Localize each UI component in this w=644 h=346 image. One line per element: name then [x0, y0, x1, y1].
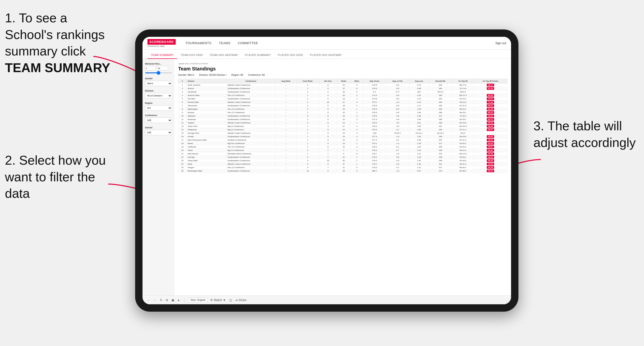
table-cell: –: [276, 87, 296, 90]
table-cell: 24: [337, 145, 350, 149]
table-cell: -5.8: [386, 156, 409, 159]
table-cell: 1: [350, 149, 364, 152]
table-cell: Southeastern Conference: [226, 118, 276, 121]
table-cell: Southeastern Conference: [226, 135, 276, 138]
table-cell: 86-25-1: [452, 111, 474, 114]
table-cell: 9: [319, 87, 337, 90]
region-select[interactable]: N/A: [145, 105, 172, 111]
sidebar-region-label: Region: [145, 102, 172, 104]
minimum-rank-slider[interactable]: [145, 72, 172, 73]
table-cell: California: [186, 145, 226, 149]
table-cell: 83-25-1: [452, 145, 474, 149]
table-cell: 1.98: [409, 108, 429, 111]
table-cell: 3: [296, 118, 319, 121]
table-cell: 4: [350, 132, 364, 135]
sidebar-conference: Conference (All): [145, 114, 172, 123]
watch-btn[interactable]: 👁 Watch ▼: [209, 298, 227, 302]
table-cell: 92-40-3: [452, 159, 474, 163]
sidebar-division: Division NCAA Division I: [145, 90, 172, 98]
table-cell: 60.71: [474, 118, 508, 121]
table-cell: 0: [350, 169, 364, 173]
table-cell: 4: [350, 101, 364, 104]
table-row: 20TexasBig 12 Conference–3771279.30.71.4…: [178, 149, 508, 152]
table-cell: -2.9: [386, 135, 409, 138]
table-row: 5Ole MissSoutheastern Conference–3618127…: [178, 97, 508, 101]
col-wins: Wins: [350, 79, 364, 83]
toolbar-grid-btn[interactable]: ▣: [170, 298, 175, 302]
view-original-button[interactable]: View: Original: [188, 298, 208, 302]
tab-team-h2h-heatmap[interactable]: TEAM H2H HEATMAP: [206, 51, 242, 59]
toolbar-refresh-btn[interactable]: ↻: [159, 298, 164, 302]
table-row: 4Arizona StatePac-12 Conference–14262274…: [178, 94, 508, 97]
table-cell: 8: [296, 156, 319, 159]
tab-team-summary[interactable]: TEAM SUMMARY: [148, 51, 177, 59]
table-cell: 3: [296, 97, 319, 101]
table-cell: Arkansas: [186, 118, 226, 121]
table-cell: 260: [429, 145, 452, 149]
table-cell: 9: [296, 166, 319, 169]
table-cell: 49.34: [474, 142, 508, 145]
table-cell: 60-39-2: [452, 169, 474, 173]
table-cell: Texas: [186, 149, 226, 152]
embed-btn[interactable]: ◫: [228, 298, 233, 302]
table-cell: 8: [319, 121, 337, 125]
table-cell: East Tennessee State: [186, 138, 226, 142]
table-cell: 277.5: [364, 135, 386, 138]
table-cell: 8: [319, 138, 337, 142]
nav-tournaments[interactable]: TOURNAMENTS: [186, 41, 212, 45]
table-cell: 2: [296, 101, 319, 104]
toolbar-copy-btn[interactable]: ⧉: [165, 298, 169, 302]
tab-team-h2h-grid[interactable]: TEAM H2H GRID: [177, 51, 206, 59]
share-btn[interactable]: ⇌ Share: [234, 298, 248, 302]
table-cell: 80-25-0: [452, 135, 474, 138]
tab-player-h2h-grid[interactable]: PLAYER H2H GRID: [274, 51, 307, 59]
nav-committee[interactable]: COMMITTEE: [238, 41, 258, 45]
sign-out[interactable]: Sign out: [495, 41, 506, 45]
sidebar-minimum-rank: Minimum Rou...: [145, 63, 172, 74]
table-cell: -3.8: [386, 118, 409, 121]
table-cell: 2: [350, 104, 364, 108]
table-cell: 2: [350, 94, 364, 97]
table-cell: 262: [429, 108, 452, 111]
table-cell: 95-29-2: [452, 101, 474, 104]
table-cell: 20: [178, 149, 187, 152]
toolbar-clock-btn[interactable]: ●: [177, 298, 180, 302]
table-cell: Oklahoma: [186, 128, 226, 132]
table-cell: New Mexico: [186, 152, 226, 156]
table-cell: –: [276, 152, 296, 156]
table-cell: 19: [178, 145, 187, 149]
gender-select[interactable]: Men's: [145, 81, 172, 86]
school-select[interactable]: (All): [145, 130, 172, 135]
table-cell: –: [276, 118, 296, 121]
toolbar-next-btn[interactable]: →: [152, 298, 158, 302]
table-cell: -5.1: [386, 138, 409, 142]
toolbar-prev-btn[interactable]: ←: [146, 298, 151, 302]
table-cell: 1.41: [409, 152, 429, 156]
table-cell: 59-39-1: [452, 156, 474, 159]
tab-player-h2h-heatmap[interactable]: PLAYER H2H HEATMAP: [307, 51, 345, 59]
table-cell: 221: [429, 163, 452, 166]
minimum-rank-from-input[interactable]: [145, 66, 156, 70]
table-cell: 48.27: [474, 145, 508, 149]
table-cell: 279.3: [364, 149, 386, 152]
table-cell: Big 12 Conference: [226, 149, 276, 152]
table-cell: 9: [337, 152, 350, 156]
table-cell: 3.01: [409, 121, 429, 125]
table-cell: 7: [319, 149, 337, 152]
table-cell: 279.2: [364, 156, 386, 159]
table-cell: 59.40: [474, 121, 508, 125]
table-row: 2AuburnSoutheastern Conference–19276273.…: [178, 87, 508, 90]
table-cell: 258: [429, 135, 452, 138]
conference-select[interactable]: (All): [145, 118, 172, 123]
nav-teams[interactable]: TEAMS: [219, 41, 230, 45]
minimum-rank-to-input[interactable]: [157, 66, 168, 70]
table-cell: 275.7: [364, 101, 386, 104]
table-cell: 280.7: [364, 169, 386, 173]
table-cell: 1.98: [409, 111, 429, 114]
table-cell: 27: [337, 163, 350, 166]
sidebar-conference-label: Conference: [145, 114, 172, 117]
tab-player-summary[interactable]: PLAYER SUMMARY: [242, 51, 274, 59]
division-select[interactable]: NCAA Division I: [145, 93, 172, 98]
table-row: 21New MexicoMountain West Conference–179…: [178, 152, 508, 156]
table-cell: -6.0: [386, 108, 409, 111]
